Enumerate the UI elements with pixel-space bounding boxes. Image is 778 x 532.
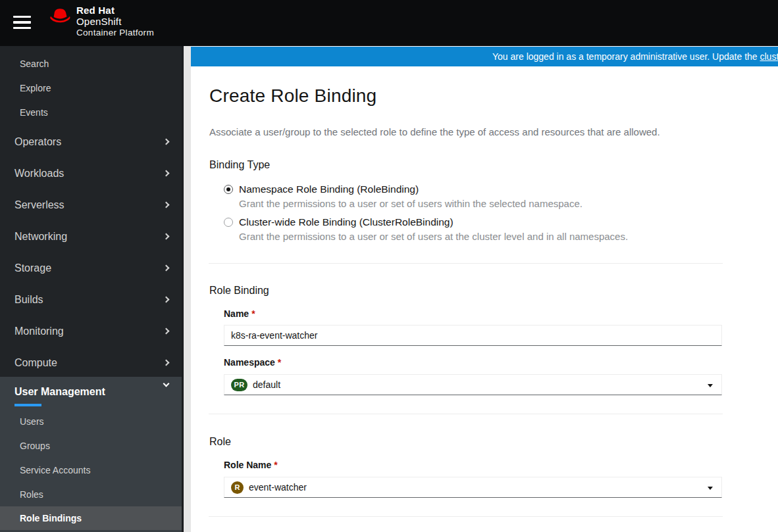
hamburger-menu-icon[interactable]: [13, 16, 32, 29]
sidebar-nav: Search Explore Events Operators Workload…: [0, 46, 182, 532]
caret-down-icon: [708, 487, 713, 490]
sidebar-section-user-management[interactable]: User Management: [0, 377, 182, 406]
brand-redhat: Red Hat: [76, 5, 154, 16]
role-name-dropdown[interactable]: R event-watcher: [224, 477, 722, 498]
sidebar-item-service-accounts[interactable]: Service Accounts: [0, 462, 182, 479]
radio-namespace-help: Grant the permissions to a user or set o…: [239, 198, 583, 209]
role-name-field-label: Role Name*: [224, 460, 278, 470]
sidebar-item-role-bindings[interactable]: Role Bindings: [0, 506, 182, 530]
brand-openshift: OpenShift: [76, 16, 154, 27]
sidebar-section-storage[interactable]: Storage: [0, 260, 182, 277]
chevron-right-icon: [163, 265, 170, 272]
required-asterisk: *: [274, 460, 277, 470]
sidebar-section-workloads[interactable]: Workloads: [0, 165, 182, 182]
page-title: Create Role Binding: [209, 85, 376, 107]
radio-namespace-role-binding[interactable]: Namespace Role Binding (RoleBinding): [224, 183, 419, 196]
sidebar-item-roles[interactable]: Roles: [0, 486, 182, 503]
sidebar-section-builds[interactable]: Builds: [0, 291, 182, 308]
required-asterisk: *: [278, 357, 281, 368]
chevron-right-icon: [163, 170, 170, 177]
main-content: You are logged in as a temporary adminis…: [191, 46, 778, 532]
chevron-right-icon: [163, 233, 170, 240]
namespace-field-label: Namespace*: [224, 357, 281, 368]
brand-container-platform: Container Platform: [76, 27, 154, 38]
required-asterisk: *: [251, 308, 255, 319]
project-badge-icon: PR: [231, 379, 247, 391]
openshift-console: Red Hat OpenShift Container Platform Sea…: [0, 0, 778, 532]
binding-type-label: Binding Type: [209, 159, 270, 171]
caret-down-icon: [708, 384, 713, 387]
active-section-indicator: [14, 404, 41, 406]
sidebar-section-compute[interactable]: Compute: [0, 354, 182, 372]
sidebar-item-groups[interactable]: Groups: [0, 437, 182, 454]
radio-cluster-wide-help: Grant the permissions to a user or set o…: [239, 231, 628, 242]
role-binding-section-label: Role Binding: [209, 285, 269, 297]
sidebar-item-events[interactable]: Events: [0, 104, 182, 121]
sidebar-item-explore[interactable]: Explore: [0, 80, 182, 97]
chevron-right-icon: [163, 202, 170, 208]
app-header: Red Hat OpenShift Container Platform: [0, 0, 778, 46]
sidebar-section-user-management-expanded: User Management Users Groups Service Acc…: [0, 377, 182, 532]
cluster-oauth-link[interactable]: cluster: [760, 51, 778, 62]
role-selected-value: event-watcher: [249, 482, 307, 493]
namespace-selected-value: default: [253, 379, 280, 390]
chevron-down-icon: [163, 381, 170, 387]
brand-logo: Red Hat OpenShift Container Platform: [49, 5, 154, 38]
redhat-logo-icon: [49, 7, 71, 24]
sidebar-scrollbar-track[interactable]: [182, 46, 191, 532]
chevron-right-icon: [163, 328, 170, 335]
chevron-right-icon: [163, 297, 170, 303]
sidebar-section-networking[interactable]: Networking: [0, 228, 182, 245]
name-field-label: Name*: [224, 308, 255, 319]
sidebar-section-serverless[interactable]: Serverless: [0, 197, 182, 214]
name-input[interactable]: [224, 325, 722, 346]
page-description: Associate a user/group to the selected r…: [209, 126, 660, 137]
sidebar-item-search[interactable]: Search: [0, 55, 182, 72]
section-divider: [209, 263, 723, 264]
sidebar-item-users[interactable]: Users: [0, 413, 182, 430]
section-divider: [209, 516, 723, 517]
banner-message: You are logged in as a temporary adminis…: [492, 51, 760, 62]
role-section-label: Role: [209, 436, 231, 448]
sidebar-section-operators[interactable]: Operators: [0, 133, 182, 151]
sidebar-section-monitoring[interactable]: Monitoring: [0, 323, 182, 340]
radio-unselected-icon[interactable]: [224, 218, 233, 227]
section-divider: [209, 414, 723, 414]
chevron-right-icon: [163, 360, 170, 366]
temporary-user-alert-banner: You are logged in as a temporary adminis…: [191, 47, 778, 66]
namespace-dropdown[interactable]: PR default: [224, 374, 722, 395]
role-badge-icon: R: [231, 481, 244, 494]
radio-selected-icon[interactable]: [224, 185, 233, 194]
radio-cluster-wide-role-binding[interactable]: Cluster-wide Role Binding (ClusterRoleBi…: [224, 216, 454, 229]
chevron-right-icon: [163, 139, 170, 145]
